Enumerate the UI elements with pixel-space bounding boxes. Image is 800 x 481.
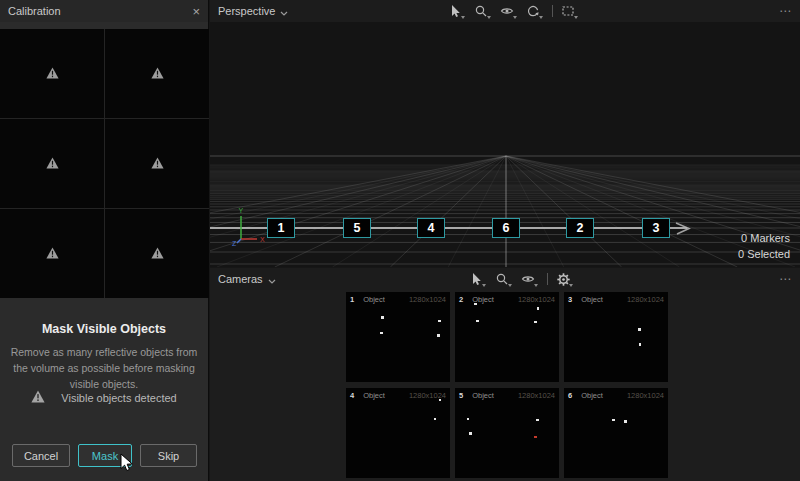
- reflection-dot-red: [534, 436, 537, 439]
- camera-view-header: 6Object1280x1024: [564, 388, 668, 400]
- marquee-tool-icon[interactable]: [560, 3, 576, 19]
- mask-section-title: Mask Visible Objects: [0, 322, 208, 336]
- zoom-tool-icon[interactable]: [473, 3, 489, 19]
- calibration-panel: Calibration × Mask Visible Objects Remov…: [0, 0, 209, 481]
- warning-triangle-icon: [46, 245, 59, 263]
- reflection-dot: [537, 307, 540, 310]
- camera-mode-label: Object: [581, 295, 603, 304]
- camera-mode-label: Object: [363, 391, 385, 400]
- tool-dropdown-caret: [539, 16, 543, 19]
- camera-mode-label: Object: [472, 391, 494, 400]
- reflection-dot: [638, 328, 641, 331]
- mouse-cursor-icon: [120, 453, 134, 473]
- camera-view-header: 2Object1280x1024: [455, 292, 559, 304]
- perspective-panel: Perspective ⋯ YXZ 154623 0 Markers 0 Sel…: [210, 0, 800, 267]
- marker-box-3[interactable]: 3: [642, 218, 670, 238]
- warning-triangle-icon: [151, 65, 164, 83]
- camera-resolution: 1280x1024: [518, 391, 555, 400]
- marker-box-4[interactable]: 4: [417, 218, 445, 238]
- select-tool-icon[interactable]: [468, 271, 484, 287]
- perspective-toolbar: [447, 3, 586, 19]
- camera-view-header: 1Object1280x1024: [346, 292, 450, 304]
- warning-triangle-icon: [151, 155, 164, 173]
- chevron-down-icon[interactable]: [268, 270, 276, 288]
- axis-label-y: Y: [239, 207, 244, 214]
- settings-tool-icon[interactable]: [555, 271, 571, 287]
- skip-button[interactable]: Skip: [140, 444, 197, 467]
- reflection-dot: [536, 419, 539, 422]
- camera-mode-label: Object: [363, 295, 385, 304]
- camera-views-grid: 1Object1280x10242Object1280x10243Object1…: [346, 292, 668, 478]
- warning-triangle-icon: [31, 389, 45, 407]
- camera-view-6[interactable]: 6Object1280x1024: [564, 388, 668, 478]
- camera-number: 5: [459, 391, 463, 400]
- camera-resolution: 1280x1024: [409, 295, 446, 304]
- camera-resolution: 1280x1024: [627, 391, 664, 400]
- camera-view-3[interactable]: 3Object1280x1024: [564, 292, 668, 382]
- tool-dropdown-caret: [461, 16, 465, 19]
- reflection-dot: [639, 343, 642, 346]
- perspective-viewport[interactable]: YXZ 154623: [210, 22, 800, 267]
- camera-view-header: 4Object1280x1024: [346, 388, 450, 400]
- calibration-title: Calibration: [8, 5, 61, 17]
- axis-label-x: X: [260, 236, 265, 243]
- orbit-tool-icon[interactable]: [525, 3, 541, 19]
- reflection-dot: [439, 399, 442, 402]
- toolbar-divider: [547, 273, 548, 285]
- warning-triangle-icon: [46, 155, 59, 173]
- warning-triangle-icon: [151, 245, 164, 263]
- reflection-dot: [474, 303, 477, 306]
- toolbar-divider: [552, 5, 553, 17]
- camera-preview-cell-6[interactable]: [105, 209, 209, 298]
- marker-box-2[interactable]: 2: [566, 218, 594, 238]
- camera-preview-cell-4[interactable]: [105, 119, 209, 208]
- tool-dropdown-caret: [513, 16, 517, 19]
- camera-view-5[interactable]: 5Object1280x1024: [455, 388, 559, 478]
- reflection-dot: [612, 419, 615, 422]
- eye-tool-icon[interactable]: [499, 3, 515, 19]
- tool-dropdown-caret: [569, 284, 573, 287]
- eye-tool-icon[interactable]: [520, 271, 536, 287]
- reflection-dot: [534, 321, 537, 324]
- camera-preview-cell-3[interactable]: [0, 119, 104, 208]
- warning-text: Visible objects detected: [61, 392, 176, 404]
- camera-view-2[interactable]: 2Object1280x1024: [455, 292, 559, 382]
- reflection-dot: [434, 418, 437, 421]
- camera-number: 4: [350, 391, 354, 400]
- camera-resolution: 1280x1024: [627, 295, 664, 304]
- camera-number: 3: [568, 295, 572, 304]
- camera-view-4[interactable]: 4Object1280x1024: [346, 388, 450, 478]
- marker-box-5[interactable]: 5: [343, 218, 371, 238]
- reflection-dot: [437, 334, 440, 337]
- chevron-down-icon[interactable]: [280, 2, 288, 20]
- cameras-title: Cameras: [218, 273, 263, 285]
- reflection-dot: [624, 420, 627, 423]
- camera-view-1[interactable]: 1Object1280x1024: [346, 292, 450, 382]
- warning-triangle-icon: [46, 65, 59, 83]
- camera-preview-cell-2[interactable]: [105, 29, 209, 118]
- camera-mode-label: Object: [581, 391, 603, 400]
- cancel-button[interactable]: Cancel: [12, 444, 70, 467]
- warning-row: Visible objects detected: [0, 389, 208, 407]
- panel-menu-icon[interactable]: ⋯: [779, 4, 792, 18]
- tool-dropdown-caret: [482, 284, 486, 287]
- marker-box-6[interactable]: 6: [492, 218, 520, 238]
- camera-view-header: 3Object1280x1024: [564, 292, 668, 304]
- marker-box-1[interactable]: 1: [267, 218, 295, 238]
- select-tool-icon[interactable]: [447, 3, 463, 19]
- button-row: Cancel Mask Skip: [12, 444, 197, 467]
- calibration-preview-grid: [0, 29, 209, 298]
- tool-dropdown-caret: [534, 284, 538, 287]
- reflection-dot: [438, 320, 441, 323]
- camera-preview-cell-5[interactable]: [0, 209, 104, 298]
- reflection-dot: [469, 432, 472, 435]
- camera-preview-cell-1[interactable]: [0, 29, 104, 118]
- cameras-panel: Cameras ⋯ 1Object1280x10242Object1280x10…: [210, 268, 800, 481]
- zoom-tool-icon[interactable]: [494, 271, 510, 287]
- close-icon[interactable]: ×: [192, 5, 200, 18]
- camera-number: 2: [459, 295, 463, 304]
- tool-dropdown-caret: [508, 284, 512, 287]
- panel-menu-icon[interactable]: ⋯: [779, 272, 792, 286]
- tool-dropdown-caret: [574, 16, 578, 19]
- camera-resolution: 1280x1024: [518, 295, 555, 304]
